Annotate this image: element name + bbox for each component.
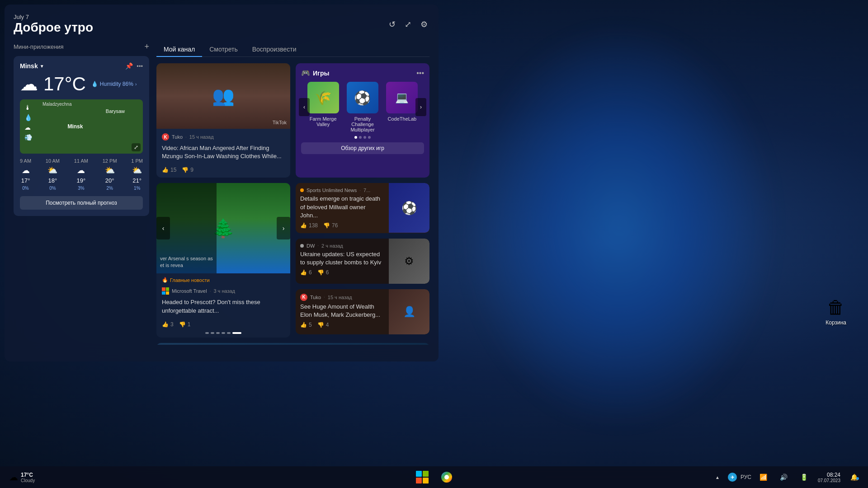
map-expand-button[interactable]: ⤢ bbox=[132, 143, 141, 151]
travel-article-title: Headed to Prescott? Don't miss these unf… bbox=[156, 296, 290, 318]
article-dw[interactable]: DW · 2 ч назад Ukraine updates: US expec… bbox=[296, 239, 429, 284]
pin-button[interactable]: 📌 bbox=[125, 62, 133, 70]
game-codethelab[interactable]: 💻 CodeTheLab bbox=[385, 82, 420, 132]
map-label-minsk: Minsk bbox=[67, 123, 83, 130]
volume-button[interactable]: 🔊 bbox=[775, 471, 792, 483]
expand-button[interactable]: ⤢ bbox=[403, 18, 413, 31]
slide-dot-3 bbox=[216, 332, 220, 334]
weather-main: ☁ 17°C 💧 Humidity 86% › bbox=[20, 73, 143, 95]
taskbar-time: 08:24 bbox=[818, 472, 840, 478]
like-count: 15 bbox=[170, 167, 176, 173]
carousel-article[interactable]: 🌲 ‹ › ver Arsenal s season as et is reve… bbox=[156, 183, 290, 337]
full-forecast-button[interactable]: Посмотреть полный прогноз bbox=[20, 196, 143, 210]
chrome-icon bbox=[441, 472, 452, 483]
slide-dot-5 bbox=[227, 332, 231, 334]
games-more-button[interactable]: ••• bbox=[416, 69, 424, 77]
source-name: Tuko bbox=[172, 134, 183, 140]
hour-1pm-temp: 21° bbox=[132, 177, 142, 184]
tab-watch[interactable]: Смотреть bbox=[202, 42, 245, 56]
taskbar-left: ☁ 17°C Cloudy bbox=[5, 470, 38, 485]
language-indicator[interactable]: РУС bbox=[741, 474, 751, 480]
game-penalty[interactable]: ⚽ Penalty Challenge Multiplayer bbox=[345, 82, 380, 132]
like-icon: 👍 bbox=[300, 222, 307, 229]
add-mini-app-button[interactable]: + bbox=[144, 42, 149, 52]
hour-1pm-label: 1 PM bbox=[131, 158, 143, 164]
sports-like-count: 138 bbox=[309, 222, 318, 229]
telegram-icon[interactable]: ✈ bbox=[728, 473, 737, 482]
travel-source-row: Microsoft Travel · 3 ч назад bbox=[156, 283, 290, 296]
left-column: Мини-приложения + Minsk ▼ 📌 ••• ☁ bbox=[14, 42, 149, 345]
tuko2-dislikes: 👎 4 bbox=[317, 322, 329, 328]
weather-map[interactable]: 🌡 💧 ☁ 💨 Maladzyechna Barysaw Minsk ⤢ bbox=[20, 99, 143, 154]
tab-my-channel[interactable]: Мой канал bbox=[156, 42, 202, 56]
mini-apps-header: Мини-приложения + bbox=[14, 42, 149, 52]
weather-humidity[interactable]: 💧 Humidity 86% › bbox=[91, 81, 137, 87]
battery-button[interactable]: 🔋 bbox=[796, 471, 812, 483]
game-thumb-farm: 🌾 bbox=[307, 82, 339, 113]
tuko2-dislike-count: 4 bbox=[326, 322, 329, 328]
taskbar-clock[interactable]: 08:24 07.07.2023 bbox=[818, 472, 840, 483]
windows-logo bbox=[416, 471, 429, 483]
games-other-button[interactable]: Обзор других игр bbox=[301, 142, 424, 154]
sports-stats: 👍 138 👎 76 bbox=[300, 220, 384, 229]
hour-11am-icon: ☁ bbox=[77, 165, 85, 175]
notification-center-button[interactable]: 🔔 bbox=[846, 471, 863, 483]
tuko2-likes: 👍 5 bbox=[300, 322, 312, 328]
games-card: 🎮 Игры ••• ‹ 🌾 Farm Merge Valley bbox=[296, 63, 429, 178]
sports-title: Details emerge on tragic death of belove… bbox=[300, 195, 384, 220]
refresh-button[interactable]: ↺ bbox=[387, 18, 397, 31]
weather-more-button[interactable]: ••• bbox=[137, 63, 143, 70]
game-thumb-codethelab: 💻 bbox=[386, 82, 418, 113]
dislike-icon: 👎 bbox=[317, 269, 324, 276]
tiktok-badge: TikTok bbox=[273, 120, 287, 125]
sports-source-dot bbox=[300, 188, 304, 192]
games-next-button[interactable]: › bbox=[415, 98, 426, 116]
show-hidden-icons-button[interactable]: ▲ bbox=[711, 472, 724, 483]
article-tuko2[interactable]: K Tuko · 15 ч назад See Huge Amount of W… bbox=[296, 289, 429, 334]
hour-10am-temp: 18° bbox=[48, 177, 57, 184]
tuko2-stats: 👍 5 👎 4 bbox=[300, 319, 384, 328]
recycle-bin-icon: 🗑 bbox=[827, 297, 845, 318]
panel-date: July 7 bbox=[14, 14, 93, 20]
article-sports[interactable]: Sports Unlimited News · 7... Details eme… bbox=[296, 183, 429, 233]
article-tuko-featured[interactable]: 👥 TikTok K Tuko · 15 ч назад Video: Afri… bbox=[156, 63, 290, 178]
tab-play[interactable]: Воспроизвести bbox=[245, 42, 304, 56]
settings-button[interactable]: ⚙ bbox=[419, 18, 429, 31]
carousel-next-button[interactable]: › bbox=[277, 217, 290, 239]
category-row: 🔥 Главные новости bbox=[156, 273, 290, 283]
article-image: 👥 bbox=[156, 63, 290, 129]
taskbar-weather[interactable]: ☁ 17°C Cloudy bbox=[5, 470, 38, 485]
source-logo-tuko: K bbox=[162, 133, 169, 141]
carousel-prev-button[interactable]: ‹ bbox=[156, 217, 170, 239]
prev-slide-text: ver Arsenal s season as et is revea bbox=[160, 255, 213, 269]
battery-icon: 🔋 bbox=[800, 474, 808, 481]
games-title-row: 🎮 Игры bbox=[301, 69, 329, 77]
hourly-forecast: 9 AM ☁ 17° 0% 10 AM ⛅ 18° 0% 11 AM ☁ bbox=[20, 158, 143, 191]
games-header: 🎮 Игры ••• bbox=[301, 69, 424, 77]
hour-10am-precip: 0% bbox=[49, 186, 56, 191]
hour-9am-icon: ☁ bbox=[22, 165, 30, 175]
notification-dot bbox=[856, 477, 859, 480]
recycle-bin[interactable]: 🗑 Корзина bbox=[822, 294, 850, 329]
system-icons: ▲ ✈ РУС 📶 🔊 🔋 bbox=[711, 471, 812, 483]
panel-greeting: Доброе утро bbox=[14, 20, 93, 35]
games-prev-button[interactable]: ‹ bbox=[299, 98, 310, 116]
humidity-icon: 💧 bbox=[91, 81, 98, 87]
slide-dot-4 bbox=[222, 332, 225, 334]
recycle-bin-label: Корзина bbox=[826, 319, 846, 326]
sports-source-row: Sports Unlimited News · 7... bbox=[300, 188, 384, 195]
hour-10am-label: 10 AM bbox=[46, 158, 60, 164]
weather-location[interactable]: Minsk ▼ bbox=[20, 62, 44, 70]
browser-button[interactable] bbox=[437, 469, 457, 485]
source-row: K Tuko · 15 ч назад bbox=[156, 129, 290, 142]
hour-12pm-precip: 2% bbox=[106, 186, 113, 191]
travel-source-time: 3 ч назад bbox=[213, 288, 235, 294]
wifi-button[interactable]: 📶 bbox=[755, 471, 772, 483]
sports-source-time: 7... bbox=[363, 188, 370, 193]
game-farm-merge[interactable]: 🌾 Farm Merge Valley bbox=[306, 82, 340, 132]
more-section: 🌊 Дополнительно › bbox=[156, 343, 429, 345]
humidity-arrow-icon: › bbox=[135, 82, 137, 87]
travel-like-count: 3 bbox=[170, 321, 174, 328]
start-button[interactable] bbox=[411, 468, 433, 486]
tuko2-body: K Tuko · 15 ч назад See Huge Amount of W… bbox=[296, 289, 389, 334]
